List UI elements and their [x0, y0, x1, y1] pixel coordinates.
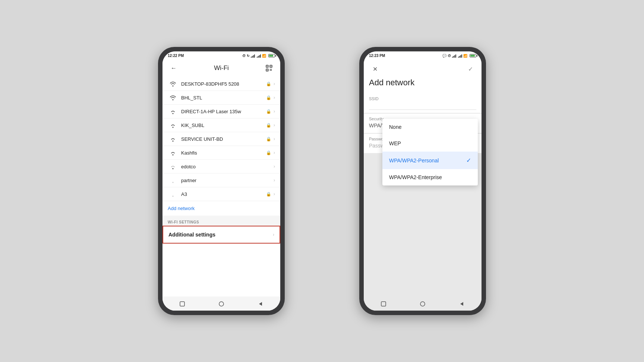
svg-rect-6: [270, 69, 271, 70]
phone-2: 12:23 PM 💬 ⏱ 📶: [359, 47, 486, 315]
chevron-icon-4: ›: [274, 123, 275, 128]
wifi-item-6[interactable]: Kashfis 🔒 ›: [162, 146, 280, 160]
square-icon-2: [381, 301, 386, 307]
triangle-icon-2: [459, 301, 465, 307]
wifi-item-1[interactable]: DESKTOP-83DPHF5 5208 🔒 ›: [162, 77, 280, 91]
option-wep[interactable]: WEP: [382, 135, 478, 152]
wifi-name-5: SERVICE UNIT-BD: [178, 136, 266, 142]
wifi-name-6: Kashfis: [178, 150, 266, 156]
lock-icon-3: 🔒: [266, 109, 271, 114]
wifi-name-2: BHL_STL: [178, 95, 266, 101]
nav-square-2[interactable]: [378, 299, 389, 308]
battery-icon-2: [470, 54, 476, 57]
wifi-name-9: A3: [178, 191, 266, 197]
option-none[interactable]: None: [382, 119, 478, 135]
confirm-button[interactable]: ✓: [464, 63, 476, 75]
chevron-icon-2: ›: [274, 95, 275, 100]
svg-rect-8: [270, 70, 271, 71]
add-network-title: Add network: [369, 75, 414, 87]
add-network-app-bar: ✕ ✓: [364, 59, 482, 76]
add-network-title-wrap: Add network: [364, 76, 482, 93]
wifi-settings-section-header: WI-FI SETTINGS: [162, 216, 280, 226]
lock-icon-6: 🔒: [266, 150, 271, 155]
nav-square-1[interactable]: [176, 299, 188, 308]
signal-icon-4: [458, 54, 462, 58]
lock-icon-5: 🔒: [266, 137, 271, 142]
back-button[interactable]: ←: [168, 62, 180, 74]
chevron-icon-1: ›: [274, 81, 275, 86]
chevron-icon-3: ›: [274, 109, 275, 114]
chevron-icon-7: ›: [274, 164, 275, 169]
option-wpa-personal[interactable]: WPA/WPA2-Personal ✓: [382, 152, 478, 169]
chevron-icon-9: ›: [274, 191, 275, 197]
app-bar-1: ← Wi-Fi: [162, 59, 280, 77]
wifi-item-2[interactable]: BHL_STL 🔒 ›: [162, 91, 280, 105]
close-button[interactable]: ✕: [369, 63, 381, 75]
wifi-signal-icon-5: [168, 136, 178, 142]
svg-rect-9: [271, 70, 272, 71]
additional-settings-chevron: ›: [273, 232, 274, 237]
screen-content-1: ← Wi-Fi: [162, 59, 280, 311]
option-wpa-enterprise[interactable]: WPA/WPA2-Enterprise: [382, 169, 478, 185]
wifi-name-7: edotco: [178, 164, 274, 169]
qr-button[interactable]: [263, 62, 275, 74]
svg-rect-13: [381, 302, 386, 306]
add-network-screen: ✕ ✓ Add network SSID Security WPA/WPA2-P…: [364, 59, 482, 311]
wifi-name-8: partner: [178, 178, 274, 183]
wifi-item-4[interactable]: KIK_SUBL 🔒 ›: [162, 118, 280, 132]
wifi-item-7[interactable]: edotco ›: [162, 160, 280, 174]
additional-settings-row[interactable]: Additional settings ›: [162, 226, 280, 244]
wifi-name-3: DIRECT-1A-HP Laser 135w: [178, 109, 266, 114]
circle-icon-2: [420, 301, 426, 307]
clock-icon: ⏱: [242, 54, 246, 58]
status-icons-2: 💬 ⏱ 📶: [442, 54, 476, 58]
chevron-icon-5: ›: [274, 136, 275, 142]
sync-icon: ↻: [247, 54, 250, 58]
wifi-signal-icon-3: [168, 108, 178, 114]
wifi-item-9[interactable]: A3 🔒 ›: [162, 187, 280, 201]
time-display-2: 12:23 PM: [369, 54, 385, 58]
circle-icon-1: [218, 301, 224, 307]
status-icons-1: ⏱ ↻ 📶: [242, 54, 275, 58]
svg-point-14: [420, 302, 425, 306]
svg-rect-10: [180, 302, 184, 306]
svg-rect-7: [271, 69, 272, 70]
svg-rect-5: [267, 70, 268, 70]
wifi-item-8[interactable]: partner ›: [162, 174, 280, 187]
nav-back-2[interactable]: [456, 299, 468, 308]
wifi-name-1: DESKTOP-83DPHF5 5208: [178, 81, 266, 87]
svg-rect-3: [267, 66, 268, 67]
signal-icon-2: [257, 54, 261, 58]
chevron-icon-6: ›: [274, 150, 275, 155]
status-bar-2: 12:23 PM 💬 ⏱ 📶: [364, 51, 482, 59]
wifi-status-icon: 📶: [262, 54, 266, 58]
wifi-signal-icon-1: [168, 81, 178, 87]
wifi-item-5[interactable]: SERVICE UNIT-BD 🔒 ›: [162, 132, 280, 146]
screen-title-1: Wi-Fi: [180, 64, 263, 72]
wifi-signal-icon-8: [168, 177, 178, 183]
ssid-field[interactable]: SSID: [364, 93, 482, 113]
lock-icon-9: 🔒: [266, 192, 271, 197]
lock-icon-4: 🔒: [266, 123, 271, 128]
ssid-label: SSID: [369, 96, 476, 101]
wifi-list: DESKTOP-83DPHF5 5208 🔒 › BHL_STL 🔒 ›: [162, 77, 280, 296]
svg-marker-15: [460, 302, 463, 306]
lock-icon-2: 🔒: [266, 95, 271, 100]
security-dropdown: None WEP WPA/WPA2-Personal ✓ WPA/WPA2-En…: [382, 119, 478, 185]
wifi-signal-icon-6: [168, 150, 178, 156]
battery-icon-1: [268, 54, 275, 57]
wifi-name-4: KIK_SUBL: [178, 123, 266, 128]
nav-circle-1[interactable]: [215, 299, 227, 308]
nav-circle-2[interactable]: [417, 299, 429, 308]
additional-settings-label: Additional settings: [168, 232, 273, 238]
phone-1: 12:22 PM ⏱ ↻ 📶: [158, 47, 285, 315]
qr-icon: [265, 64, 273, 72]
lock-icon-1: 🔒: [266, 82, 271, 86]
selected-checkmark: ✓: [466, 157, 471, 164]
svg-point-11: [219, 302, 224, 306]
wifi-signal-icon-7: [168, 163, 178, 169]
svg-rect-4: [271, 66, 271, 67]
add-network-button[interactable]: Add network: [162, 201, 280, 216]
nav-back-1[interactable]: [255, 299, 266, 308]
wifi-item-3[interactable]: DIRECT-1A-HP Laser 135w 🔒 ›: [162, 105, 280, 118]
